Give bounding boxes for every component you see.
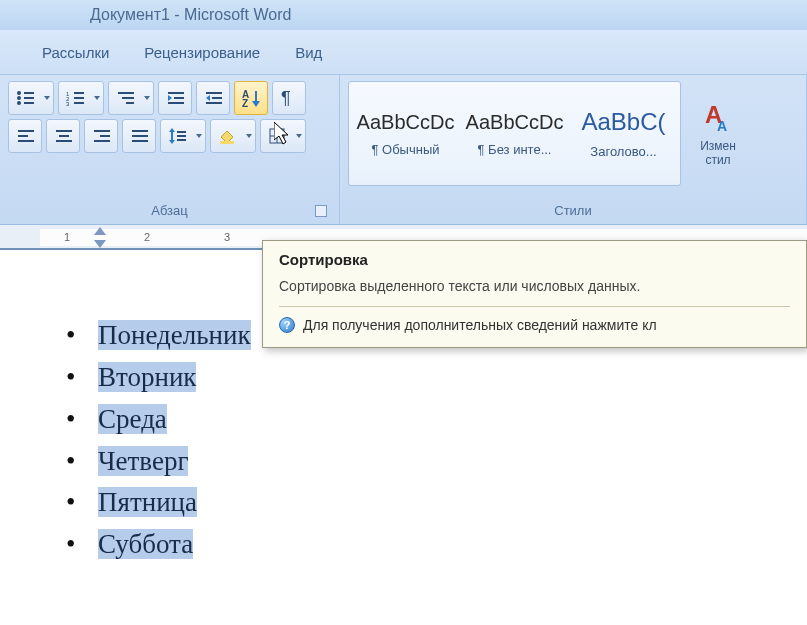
- style-name: Заголово...: [590, 144, 656, 159]
- tab-mailings[interactable]: Рассылки: [42, 44, 109, 61]
- style-preview: AaBbCcDc: [466, 111, 564, 134]
- bullets-button[interactable]: [8, 81, 54, 115]
- line-spacing-button[interactable]: [160, 119, 206, 153]
- svg-text:3: 3: [66, 101, 70, 106]
- svg-marker-41: [169, 128, 175, 132]
- tooltip-sort: Сортировка Сортировка выделенного текста…: [262, 240, 807, 348]
- align-right-button[interactable]: [84, 119, 118, 153]
- dialog-launcher-paragraph[interactable]: [315, 205, 327, 217]
- numbering-icon: 123: [66, 90, 84, 106]
- borders-button[interactable]: [260, 119, 306, 153]
- tab-review[interactable]: Рецензирование: [144, 44, 260, 61]
- style-preview: AaBbCcDc: [357, 111, 455, 134]
- group-styles: AaBbCcDc ¶ Обычный AaBbCcDc ¶ Без инте..…: [340, 75, 807, 224]
- change-styles-button[interactable]: A A Измен стил: [689, 81, 747, 186]
- list-item[interactable]: Пятница: [48, 482, 777, 524]
- first-line-indent-marker[interactable]: [94, 227, 106, 235]
- svg-rect-46: [220, 141, 234, 144]
- tooltip-help-text: Для получения дополнительных сведений на…: [303, 317, 657, 333]
- multilevel-list-button[interactable]: [108, 81, 154, 115]
- svg-point-1: [17, 96, 21, 100]
- decrease-indent-icon: [166, 90, 184, 106]
- line-spacing-icon: [168, 128, 186, 144]
- svg-marker-18: [168, 95, 172, 101]
- style-item-normal[interactable]: AaBbCcDc ¶ Обычный: [353, 86, 458, 181]
- window-title: Документ1 - Microsoft Word: [90, 6, 291, 24]
- multilevel-icon: [116, 90, 134, 106]
- decrease-indent-button[interactable]: [158, 81, 192, 115]
- style-item-no-spacing[interactable]: AaBbCcDc ¶ Без инте...: [462, 86, 567, 181]
- show-marks-button[interactable]: ¶: [272, 81, 306, 115]
- group-title-paragraph: Абзац: [8, 201, 331, 220]
- justify-icon: [130, 128, 148, 144]
- numbering-button[interactable]: 123: [58, 81, 104, 115]
- svg-point-0: [17, 91, 21, 95]
- increase-indent-icon: [204, 90, 222, 106]
- svg-point-2: [17, 101, 21, 105]
- style-name: ¶ Без инте...: [478, 142, 552, 157]
- svg-marker-26: [252, 101, 260, 107]
- hanging-indent-marker[interactable]: [94, 240, 106, 248]
- list-item[interactable]: Суббота: [48, 524, 777, 566]
- chevron-down-icon: [44, 96, 50, 100]
- borders-icon: [269, 128, 285, 144]
- svg-text:¶: ¶: [281, 89, 291, 107]
- style-preview: AaBbC(: [581, 108, 665, 136]
- ribbon: 123 AZ ¶: [0, 75, 807, 225]
- justify-button[interactable]: [122, 119, 156, 153]
- chevron-down-icon: [94, 96, 100, 100]
- tooltip-help-row: ? Для получения дополнительных сведений …: [279, 317, 790, 333]
- title-bar: Документ1 - Microsoft Word: [0, 0, 807, 30]
- svg-text:Z: Z: [242, 98, 248, 107]
- help-icon: ?: [279, 317, 295, 333]
- bullets-icon: [16, 90, 34, 106]
- group-paragraph: 123 AZ ¶: [0, 75, 340, 224]
- chevron-down-icon: [296, 134, 302, 138]
- shading-button[interactable]: [210, 119, 256, 153]
- sort-button[interactable]: AZ: [234, 81, 268, 115]
- style-item-heading[interactable]: AaBbC( Заголово...: [571, 86, 676, 181]
- tooltip-title: Сортировка: [279, 251, 790, 268]
- styles-gallery[interactable]: AaBbCcDc ¶ Обычный AaBbCcDc ¶ Без инте..…: [348, 81, 681, 186]
- change-styles-icon: A A: [701, 101, 735, 135]
- align-left-button[interactable]: [8, 119, 42, 153]
- align-center-button[interactable]: [46, 119, 80, 153]
- ruler-number: 1: [64, 231, 70, 243]
- svg-marker-22: [206, 95, 210, 101]
- bulleted-list: Понедельник Вторник Среда Четверг Пятниц…: [48, 315, 777, 566]
- svg-marker-42: [169, 140, 175, 144]
- ruler-number: 3: [224, 231, 230, 243]
- list-item[interactable]: Вторник: [48, 357, 777, 399]
- ruler-number: 2: [144, 231, 150, 243]
- align-right-icon: [92, 128, 110, 144]
- ribbon-tabs: Рассылки Рецензирование Вид: [0, 30, 807, 75]
- chevron-down-icon: [246, 134, 252, 138]
- tab-view[interactable]: Вид: [295, 44, 322, 61]
- chevron-down-icon: [196, 134, 202, 138]
- style-name: ¶ Обычный: [371, 142, 439, 157]
- increase-indent-button[interactable]: [196, 81, 230, 115]
- sort-icon: AZ: [241, 89, 261, 107]
- pilcrow-icon: ¶: [281, 89, 297, 107]
- tooltip-divider: [279, 306, 790, 307]
- tooltip-body: Сортировка выделенного текста или числов…: [279, 278, 790, 294]
- paint-bucket-icon: [218, 128, 236, 144]
- list-item[interactable]: Четверг: [48, 441, 777, 483]
- svg-text:A: A: [717, 118, 727, 134]
- align-left-icon: [16, 128, 34, 144]
- list-item[interactable]: Среда: [48, 399, 777, 441]
- group-title-styles: Стили: [348, 201, 798, 220]
- align-center-icon: [54, 128, 72, 144]
- chevron-down-icon: [144, 96, 150, 100]
